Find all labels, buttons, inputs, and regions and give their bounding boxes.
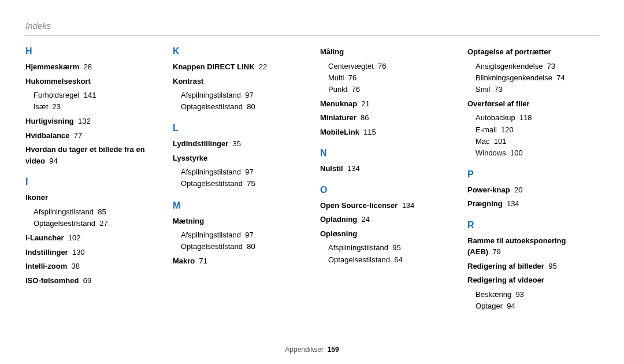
index-subentry[interactable]: Afspilningstilstand 97 xyxy=(181,90,304,101)
index-subentry[interactable]: Optagelsestilstand 80 xyxy=(181,241,304,252)
entry-label: Opløsning xyxy=(320,229,357,238)
index-entry[interactable]: Hurtigvisning 132 xyxy=(25,116,157,127)
index-entry[interactable]: Ikoner xyxy=(25,192,157,203)
entry-label: Hjemmeskærm xyxy=(25,62,79,71)
index-subentry[interactable]: Punkt 76 xyxy=(328,84,451,95)
index-subentry[interactable]: Centervægtet 76 xyxy=(328,61,451,72)
index-entry[interactable]: Makro 71 xyxy=(173,255,304,267)
index-subentry[interactable]: Windows 100 xyxy=(476,147,599,159)
index-entry[interactable]: i-Launcher 102 xyxy=(25,232,157,244)
index-subentry[interactable]: Multi 76 xyxy=(328,72,451,84)
index-subentry[interactable]: Forholdsregel 141 xyxy=(34,90,157,101)
index-entry[interactable]: Knappen DIRECT LINK 22 xyxy=(173,61,304,73)
entry-page: 22 xyxy=(259,62,267,71)
entry-page: 95 xyxy=(548,262,556,270)
entry-page: 21 xyxy=(362,99,370,108)
entry-label: Power-knap xyxy=(467,185,510,194)
subentry-page: 80 xyxy=(247,102,255,111)
entry-label: Ramme til autoeksponering (AEB) xyxy=(467,236,566,257)
subentry-label: Optagelsestilstand xyxy=(181,242,243,251)
page-header: Indeks xyxy=(25,21,599,36)
index-entry[interactable]: Miniaturer 86 xyxy=(320,112,451,124)
index-subentry[interactable]: Autobackup 118 xyxy=(476,112,599,124)
index-subentry[interactable]: Optagelsestilstand 75 xyxy=(181,178,304,190)
entry-label: Hurtigvisning xyxy=(25,117,74,125)
index-entry[interactable]: Måling xyxy=(320,46,451,58)
index-subentry[interactable]: Optagelsestilstand 80 xyxy=(181,101,304,113)
entry-label: Måling xyxy=(320,47,344,56)
index-entry[interactable]: Kontrast xyxy=(173,76,304,87)
entry-page: 77 xyxy=(74,131,82,140)
index-entry[interactable]: Opladning 24 xyxy=(320,214,451,225)
subentries: Afspilningstilstand 85Optagelsestilstand… xyxy=(25,206,157,229)
subentry-page: 75 xyxy=(247,179,255,188)
index-entry[interactable]: Prægning 134 xyxy=(467,198,599,210)
subentry-page: 95 xyxy=(392,243,400,252)
subentry-page: 74 xyxy=(556,73,564,82)
index-subentry[interactable]: Afspilningstilstand 97 xyxy=(181,229,304,241)
index-entry[interactable]: Nulstil 134 xyxy=(320,163,451,174)
index-entry[interactable]: Intelli-zoom 38 xyxy=(25,261,157,272)
footer-page-number: 159 xyxy=(328,346,339,354)
column: Optagelse af portrætterAnsigtsgenkendels… xyxy=(467,46,599,315)
index-subentry[interactable]: E-mail 120 xyxy=(476,124,599,136)
column: MålingCentervægtet 76Multi 76Punkt 76Men… xyxy=(320,46,451,315)
subentry-label: Optagelsestilstand xyxy=(328,255,390,264)
index-columns: HHjemmeskærm 28HukommelseskortForholdsre… xyxy=(25,46,599,315)
letter-heading: H xyxy=(25,46,157,57)
index-entry[interactable]: Overførsel af filer xyxy=(467,98,599,110)
index-entry[interactable]: Optagelse af portrætter xyxy=(467,46,599,58)
index-subentry[interactable]: Blinkningsgenkendelse 74 xyxy=(476,72,599,84)
index-entry[interactable]: Redigering af billeder 95 xyxy=(467,261,599,272)
letter-heading: O xyxy=(320,185,451,195)
index-entry[interactable]: Indstillinger 130 xyxy=(25,247,157,258)
index-subentry[interactable]: Smil 73 xyxy=(476,84,599,95)
index-entry[interactable]: Hukommelseskort xyxy=(25,76,157,87)
subentry-page: 73 xyxy=(547,62,555,70)
entry-label: Overførsel af filer xyxy=(467,99,530,108)
index-subentry[interactable]: Afspilningstilstand 97 xyxy=(181,166,304,178)
subentry-page: 120 xyxy=(501,125,514,134)
index-entry[interactable]: ISO-følsomhed 69 xyxy=(25,275,157,287)
index-subentry[interactable]: Mac 101 xyxy=(476,136,599,147)
index-entry[interactable]: MobileLink 115 xyxy=(320,127,451,138)
index-subentry[interactable]: Afspilningstilstand 85 xyxy=(34,206,157,218)
entry-label: Mætning xyxy=(173,217,204,225)
index-subentry[interactable]: Ansigtsgenkendelse 73 xyxy=(476,61,599,72)
index-subentry[interactable]: Optagelsestilstand 64 xyxy=(328,254,451,266)
index-entry[interactable]: Open Source-licenser 134 xyxy=(320,200,451,211)
column: HHjemmeskærm 28HukommelseskortForholdsre… xyxy=(25,46,157,315)
entry-page: 132 xyxy=(78,117,91,125)
index-subentry[interactable]: Beskæring 93 xyxy=(476,289,599,300)
subentry-page: 76 xyxy=(351,85,359,94)
index-entry[interactable]: Lydindstillinger 35 xyxy=(173,138,304,150)
index-subentry[interactable]: Afspilningstilstand 95 xyxy=(328,242,451,254)
index-entry[interactable]: Hvordan du tager et billede fra en video… xyxy=(25,144,157,166)
index-subentry[interactable]: Optager 94 xyxy=(476,300,599,312)
subentry-page: 76 xyxy=(348,73,356,82)
index-subentry[interactable]: Isæt 23 xyxy=(34,101,157,113)
subentry-page: 97 xyxy=(245,231,253,239)
index-entry[interactable]: Hvidbalance 77 xyxy=(25,130,157,142)
subentry-page: 80 xyxy=(247,242,255,251)
index-entry[interactable]: Mætning xyxy=(173,216,304,227)
entry-label: Hvidbalance xyxy=(25,131,70,140)
subentry-page: 118 xyxy=(519,113,532,122)
subentry-page: 73 xyxy=(495,85,503,94)
index-entry[interactable]: Power-knap 20 xyxy=(467,184,599,196)
index-entry[interactable]: Redigering af videoer xyxy=(467,274,599,286)
subentry-page: 141 xyxy=(84,91,96,99)
index-entry[interactable]: Lysstyrke xyxy=(173,153,304,164)
subentry-label: Optager xyxy=(476,302,503,310)
index-entry[interactable]: Menuknap 21 xyxy=(320,98,451,110)
letter-heading: L xyxy=(173,123,304,133)
subentry-label: Ansigtsgenkendelse xyxy=(476,62,543,70)
subentry-label: Mac xyxy=(476,137,490,146)
subentry-page: 97 xyxy=(245,168,253,176)
index-entry[interactable]: Ramme til autoeksponering (AEB) 79 xyxy=(467,235,599,258)
index-subentry[interactable]: Optagelsestilstand 27 xyxy=(34,218,157,229)
index-entry[interactable]: Opløsning xyxy=(320,228,451,240)
subentry-label: Multi xyxy=(328,73,344,82)
subentry-page: 97 xyxy=(245,91,253,99)
index-entry[interactable]: Hjemmeskærm 28 xyxy=(25,61,157,73)
